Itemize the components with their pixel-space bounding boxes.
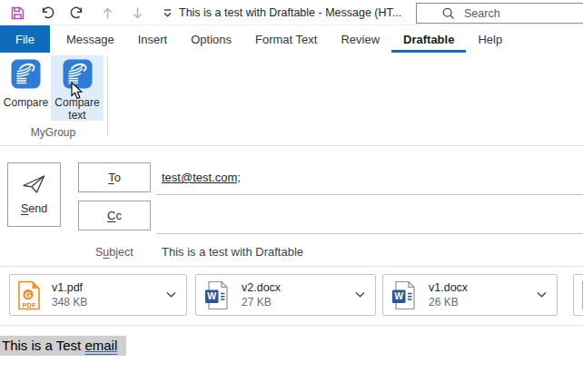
- ribbon-bottom-divider: [0, 145, 583, 146]
- cc-button-label: Cc: [107, 209, 122, 222]
- selected-text: This is a Test email: [0, 336, 126, 356]
- message-body[interactable]: This is a Test email: [0, 338, 583, 392]
- svg-text:W: W: [207, 290, 216, 301]
- search-icon: [441, 6, 455, 20]
- cc-button[interactable]: Cc: [78, 201, 151, 230]
- title-bar: This is a test with Draftable - Message …: [0, 0, 583, 25]
- ribbon-group-separator: [107, 57, 108, 136]
- tab-options[interactable]: Options: [179, 25, 243, 53]
- tab-message[interactable]: Message: [54, 25, 126, 53]
- tab-draftable[interactable]: Draftable: [391, 25, 466, 53]
- attachment-card[interactable]: G PDF v1.pdf 348 KB: [9, 274, 187, 316]
- to-field-line[interactable]: [156, 194, 583, 195]
- send-button-label: Send: [21, 202, 47, 215]
- attachment-size: 26 KB: [429, 296, 468, 309]
- chevron-down-icon[interactable]: [537, 292, 547, 299]
- search-input[interactable]: [464, 7, 583, 20]
- outlook-compose-window: This is a test with Draftable - Message …: [0, 0, 583, 392]
- attachment-size: 348 KB: [52, 296, 87, 309]
- subject-label: Subject: [95, 246, 133, 259]
- ribbon-button-label: Compare: [4, 96, 48, 109]
- draftable-compare-icon: [11, 59, 41, 93]
- quick-access-toolbar: [9, 0, 175, 25]
- chevron-down-icon[interactable]: [166, 292, 176, 299]
- attachment-name: v2.docx: [242, 281, 281, 295]
- compare-button[interactable]: Compare: [3, 55, 49, 109]
- attachment-name: v1.docx: [429, 281, 468, 295]
- tab-help[interactable]: Help: [466, 25, 514, 53]
- grammar-underlined-word: email: [84, 338, 117, 353]
- svg-text:G: G: [25, 289, 31, 299]
- to-recipient[interactable]: test@test.com;: [162, 171, 241, 184]
- attachment-name: v1.pdf: [52, 281, 87, 295]
- mouse-cursor: [71, 82, 84, 104]
- tab-format-text[interactable]: Format Text: [243, 25, 329, 53]
- attachment-card-partial[interactable]: [573, 274, 583, 316]
- attachment-card[interactable]: W v1.docx 26 KB: [382, 274, 558, 316]
- svg-text:W: W: [394, 290, 403, 301]
- send-plane-icon: [22, 174, 46, 194]
- tab-insert[interactable]: Insert: [126, 25, 180, 53]
- chevron-down-icon[interactable]: [355, 292, 365, 299]
- attachment-card[interactable]: W v2.docx 27 KB: [195, 274, 376, 316]
- save-icon[interactable]: [9, 5, 25, 21]
- redo-icon[interactable]: [69, 5, 85, 21]
- tab-file[interactable]: File: [0, 25, 50, 53]
- ribbon-tab-bar: File Message Insert Options Format Text …: [0, 25, 583, 53]
- undo-icon[interactable]: [39, 5, 55, 21]
- tab-review[interactable]: Review: [329, 25, 391, 53]
- attachment-size: 27 KB: [242, 296, 281, 309]
- body-text: This is a Test: [2, 338, 84, 353]
- word-file-icon: W: [390, 280, 418, 310]
- send-button[interactable]: Send: [7, 162, 61, 227]
- svg-text:PDF: PDF: [23, 300, 36, 309]
- previous-item-icon: [99, 5, 115, 21]
- pdf-file-icon: G PDF: [17, 280, 41, 310]
- to-button-label: To: [108, 171, 121, 184]
- subject-value[interactable]: This is a test with Draftable: [162, 245, 303, 259]
- next-item-icon: [129, 5, 145, 21]
- cc-field-line[interactable]: [156, 233, 583, 234]
- window-title: This is a test with Draftable - Message …: [179, 6, 401, 19]
- word-file-icon: W: [203, 280, 231, 310]
- attachment-divider: [0, 325, 583, 326]
- to-button[interactable]: To: [78, 162, 151, 192]
- subject-divider: [0, 266, 583, 267]
- ribbon-group-label: MyGroup: [0, 126, 106, 139]
- ribbon-content: Compare Compare text MyGroup: [0, 53, 583, 145]
- customize-toolbar-icon[interactable]: [159, 5, 175, 21]
- search-box[interactable]: [416, 3, 583, 24]
